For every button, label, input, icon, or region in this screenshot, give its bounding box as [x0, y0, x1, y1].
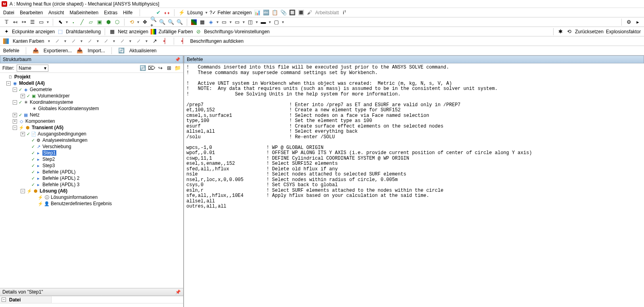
exportieren-button[interactable]: Exportieren...: [44, 48, 72, 53]
farben-button[interactable]: Zufällige Farben: [159, 29, 193, 34]
random-color-icon[interactable]: [151, 29, 156, 34]
losung-button[interactable]: Lösung: [187, 10, 203, 15]
dd[interactable]: ▾: [113, 39, 115, 43]
dropdown-icon[interactable]: ▾: [48, 39, 50, 43]
edge-tool-5[interactable]: ⟋: [119, 38, 125, 44]
zuruck-button[interactable]: Zurücksetzen: [575, 29, 604, 34]
menu-hilfe[interactable]: Hilfe: [123, 10, 132, 15]
edge-tool-1[interactable]: ⟋: [54, 38, 60, 44]
filter-next-icon[interactable]: ↪: [157, 65, 163, 71]
assembly-icon[interactable]: ✱: [558, 29, 564, 35]
forward-icon[interactable]: ↦: [21, 19, 27, 25]
pan-icon[interactable]: ✥: [142, 19, 148, 25]
dd[interactable]: ▾: [230, 20, 232, 24]
import-button[interactable]: Import...: [88, 48, 105, 53]
dd[interactable]: ▾: [282, 20, 284, 24]
toggle[interactable]: +: [13, 113, 17, 117]
select-list-icon[interactable]: ☰: [29, 19, 36, 25]
befehle-button[interactable]: Befehle: [3, 48, 19, 53]
tree-volumen[interactable]: Volumenkörper: [38, 93, 70, 99]
tree-komponenten[interactable]: Komponenten: [25, 118, 55, 124]
tree-projekt[interactable]: Projekt: [14, 74, 31, 80]
menu-ansicht[interactable]: Ansicht: [48, 10, 64, 15]
tree-koord[interactable]: Koordinatensysteme: [30, 99, 73, 105]
wireframe-toggle-icon[interactable]: ▦: [199, 19, 205, 25]
graphics-opt-icon[interactable]: ⚙: [626, 19, 632, 25]
tool-icon-4[interactable]: 📎: [280, 10, 287, 16]
edge-tool-2[interactable]: ⟋: [70, 38, 77, 44]
netz-button[interactable]: Netz anzeigen: [118, 29, 148, 34]
pin-icon[interactable]: 📌: [175, 57, 180, 62]
dropdown-icon[interactable]: ▾: [205, 10, 207, 15]
filter-refresh-icon[interactable]: 🔃: [140, 65, 146, 71]
arrow-icon[interactable]: ↗: [151, 38, 158, 44]
tree-step1[interactable]: Step1: [42, 150, 56, 156]
edge-tool-4[interactable]: ⟋: [103, 38, 109, 44]
back-icon[interactable]: ↤: [12, 19, 18, 25]
zoom-box-icon[interactable]: 🔍: [176, 19, 183, 25]
iso-icon[interactable]: ◈: [208, 19, 214, 25]
dd[interactable]: ▾: [97, 39, 99, 43]
rotate-icon[interactable]: ⟲: [128, 19, 135, 25]
toggle[interactable]: −: [2, 297, 6, 302]
element-icon[interactable]: ⬡: [114, 19, 120, 25]
tree-step3[interactable]: Step3: [42, 163, 55, 168]
dd[interactable]: ▾: [129, 39, 131, 43]
dropdown-icon[interactable]: ▾: [47, 20, 49, 24]
tree-losung[interactable]: Lösung (A6): [40, 188, 67, 194]
dd[interactable]: ▾: [137, 20, 139, 24]
thicken-icon[interactable]: ┥: [180, 38, 186, 44]
dd[interactable]: ▾: [256, 20, 258, 24]
fehler-button[interactable]: ?✓ Fehler anzeigen: [210, 10, 252, 15]
dd[interactable]: ▾: [80, 39, 82, 43]
handle-icon[interactable]: ┥: [162, 38, 168, 44]
toggle[interactable]: +: [13, 119, 17, 124]
menu-datei[interactable]: Datei: [3, 10, 14, 15]
zoom-in-icon[interactable]: 🔍+: [150, 19, 157, 25]
pin-icon[interactable]: 📌: [175, 290, 181, 295]
tree-befehle2[interactable]: Befehle (APDL) 2: [42, 175, 79, 181]
folder-icon[interactable]: 📁: [174, 65, 181, 71]
check-icon[interactable]: ✔: [155, 10, 161, 16]
tool-icon-2[interactable]: 🔤: [263, 10, 269, 16]
dd[interactable]: ▾: [66, 20, 68, 24]
tree-modell[interactable]: Modell (A4): [19, 80, 45, 86]
menu-masseinheiten[interactable]: Maßeinheiten: [69, 10, 98, 15]
dd[interactable]: ▾: [146, 39, 148, 43]
vertex-show-icon[interactable]: ✦: [3, 29, 10, 35]
dd[interactable]: ▾: [217, 20, 218, 24]
menu-extras[interactable]: Extras: [104, 10, 117, 15]
dd[interactable]: ▾: [243, 20, 245, 24]
toggle[interactable]: +: [21, 94, 25, 98]
edge-icon[interactable]: ╱: [79, 19, 85, 25]
eckpunkte-button[interactable]: Eckpunkte anzeigen: [12, 29, 55, 34]
vertex-icon[interactable]: ⬩: [70, 19, 77, 25]
zoom-fit-icon[interactable]: 🔍: [168, 19, 174, 25]
tree-ausgangs[interactable]: Ausgangsbedingungen: [38, 131, 86, 137]
edge-color-icon[interactable]: [3, 38, 9, 44]
reset-icon[interactable]: ⟲: [566, 29, 573, 35]
tool-icon-3[interactable]: 📋: [272, 10, 278, 16]
tree-global-koord[interactable]: Globales Koordinatensystem: [38, 106, 99, 111]
dots-icon[interactable]: ⬧⬧: [164, 10, 170, 16]
toggle[interactable]: −: [21, 189, 25, 193]
tool-icon-1[interactable]: 📊: [254, 10, 261, 16]
wire-icon[interactable]: ⬚: [57, 29, 63, 35]
tool-icon-6[interactable]: 🔳: [298, 10, 304, 16]
beschriftung-button[interactable]: Beschriftungs-Voreinstellungen: [204, 29, 270, 34]
tree-befehle3[interactable]: Befehle (APDL) 3: [42, 182, 79, 187]
draht-button[interactable]: Drahtdarstellung: [66, 29, 101, 34]
info-cursor-icon[interactable]: iꜛ: [341, 10, 348, 16]
tree-geometrie[interactable]: Geometrie: [30, 87, 52, 92]
toggle[interactable]: −: [13, 100, 17, 105]
plane-icon[interactable]: ▭: [221, 19, 227, 25]
thickness-icon[interactable]: ▬: [260, 19, 266, 25]
tree-netz[interactable]: Netz: [30, 112, 40, 118]
tool-end-icon[interactable]: ▸: [634, 19, 641, 25]
outline-icon[interactable]: ▢: [273, 19, 280, 25]
toggle[interactable]: −: [13, 126, 17, 130]
aktualisieren-button[interactable]: Aktualisieren: [129, 48, 157, 53]
clip-icon[interactable]: ◫: [247, 19, 253, 25]
tree-transient[interactable]: Transient (A5): [32, 125, 63, 130]
kanten-button[interactable]: Kanten Farben: [13, 38, 44, 44]
